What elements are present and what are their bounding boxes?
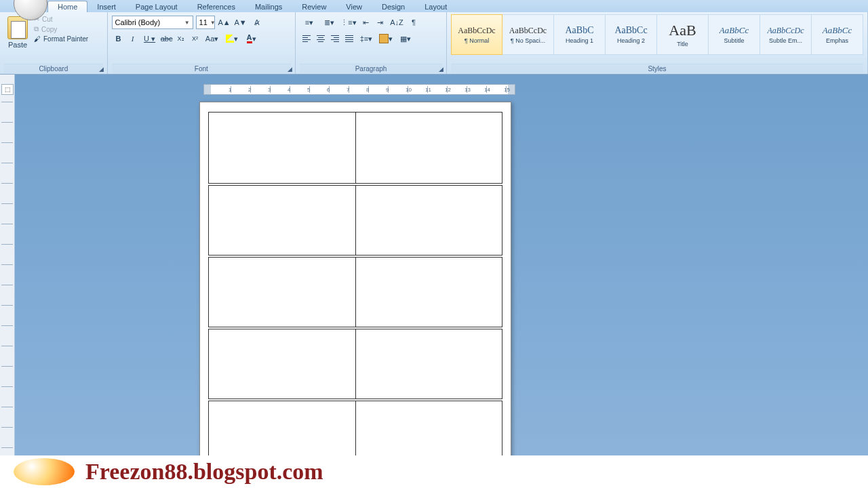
shading-button[interactable]: ▾ — [376, 32, 395, 45]
tab-layout[interactable]: Layout — [415, 1, 457, 12]
bold-button[interactable]: B — [112, 32, 125, 45]
style-sample: AaBbCcDc — [509, 26, 547, 36]
font-name-value: Calibri (Body) — [115, 18, 161, 26]
document-canvas[interactable]: 123456789101112131415 — [15, 75, 868, 488]
clear-formatting-button[interactable]: A̷ — [250, 16, 264, 29]
table-row — [209, 113, 502, 184]
tab-home[interactable]: Home — [47, 1, 87, 12]
chevron-down-icon: ▼ — [184, 20, 190, 26]
styles-gallery[interactable]: AaBbCcDc¶ NormalAaBbCcDc¶ No Spaci...AaB… — [451, 14, 863, 55]
ribbon: Paste ✂ Cut ⧉ Copy 🖌 Format Painter Clip… — [0, 12, 868, 75]
table-row — [209, 184, 502, 256]
show-marks-button[interactable]: ¶ — [407, 16, 420, 29]
tab-page-layout[interactable]: Page Layout — [126, 1, 188, 12]
table-select-tool[interactable]: ⬚ — [1, 84, 14, 95]
style-name: Title — [660, 41, 706, 47]
style-item-subtitle[interactable]: AaBbCcSubtitle — [709, 14, 760, 55]
tab-review[interactable]: Review — [292, 1, 336, 12]
align-center-button[interactable] — [314, 32, 328, 45]
horizontal-ruler[interactable]: 123456789101112131415 — [203, 84, 515, 95]
table-cell[interactable] — [355, 256, 502, 328]
style-name: ¶ Normal — [454, 37, 500, 44]
font-color-icon: A — [247, 34, 252, 43]
change-case-button[interactable]: Aa▾ — [203, 32, 222, 45]
justify-button[interactable] — [342, 32, 356, 45]
increase-indent-button[interactable]: ⇥ — [373, 16, 387, 29]
numbering-button[interactable]: ≣▾ — [319, 16, 338, 29]
multilevel-list-button[interactable]: ⋮≡▾ — [339, 16, 358, 29]
tab-design[interactable]: Design — [372, 1, 415, 12]
style-item--normal[interactable]: AaBbCcDc¶ Normal — [451, 14, 502, 55]
style-sample: AaBbCcDc — [768, 26, 804, 36]
italic-button[interactable]: I — [126, 32, 140, 45]
brush-icon: 🖌 — [34, 35, 41, 43]
group-label-font: Font — [112, 64, 291, 73]
style-name: Emphas — [814, 37, 861, 44]
table-cell[interactable] — [355, 184, 502, 256]
style-name: ¶ No Spaci... — [505, 37, 551, 44]
style-name: Heading 2 — [608, 37, 654, 44]
font-size-value: 11 — [199, 18, 208, 26]
table-cell[interactable] — [209, 328, 356, 400]
style-sample: AaB — [669, 22, 696, 39]
style-sample: AaBbCc — [823, 25, 852, 36]
watermark-logo-icon — [14, 458, 75, 485]
style-item-emphas[interactable]: AaBbCcEmphas — [812, 14, 863, 55]
document-page[interactable] — [199, 102, 511, 488]
table-cell[interactable] — [355, 328, 502, 400]
format-painter-button[interactable]: 🖌 Format Painter — [34, 35, 88, 43]
tab-insert[interactable]: Insert — [87, 1, 126, 12]
table-cell[interactable] — [209, 113, 356, 184]
style-item-heading-1[interactable]: AaBbCHeading 1 — [554, 14, 606, 55]
tab-references[interactable]: References — [188, 1, 245, 12]
sort-button[interactable]: A↓Z — [387, 16, 406, 29]
font-name-select[interactable]: Calibri (Body) ▼ — [112, 16, 193, 29]
font-launcher[interactable]: ◢ — [285, 65, 294, 73]
table-cell[interactable] — [209, 184, 356, 256]
bullets-button[interactable]: ≡▾ — [300, 16, 319, 29]
tab-view[interactable]: View — [336, 1, 372, 12]
tab-mailings[interactable]: Mailings — [245, 1, 292, 12]
style-item--no-spaci-[interactable]: AaBbCcDc¶ No Spaci... — [502, 14, 554, 55]
style-sample: AaBbCcDc — [458, 26, 495, 36]
cut-button: ✂ Cut — [34, 16, 88, 23]
format-painter-label: Format Painter — [43, 35, 88, 43]
copy-button: ⧉ Copy — [34, 25, 88, 33]
clipboard-launcher[interactable]: ◢ — [98, 65, 106, 73]
style-item-heading-2[interactable]: AaBbCcHeading 2 — [606, 14, 657, 55]
font-color-button[interactable]: A▾ — [242, 32, 261, 45]
group-label-paragraph: Paragraph — [300, 64, 442, 73]
strikethrough-button[interactable]: abc — [160, 32, 174, 45]
align-left-button[interactable] — [300, 32, 313, 45]
document-table[interactable] — [208, 112, 502, 472]
align-right-button[interactable] — [328, 32, 342, 45]
chevron-down-icon: ▼ — [210, 20, 216, 26]
borders-button[interactable]: ▦▾ — [396, 32, 415, 45]
style-item-title[interactable]: AaBTitle — [657, 14, 709, 55]
table-cell[interactable] — [355, 113, 502, 184]
style-item-subtle-em-[interactable]: AaBbCcDcSubtle Em... — [760, 14, 812, 55]
superscript-button[interactable]: X — [189, 32, 202, 45]
font-size-select[interactable]: 11 ▼ — [196, 16, 215, 29]
underline-button[interactable]: U ▾ — [140, 32, 159, 45]
table-row — [209, 328, 502, 400]
paste-icon — [7, 16, 28, 39]
shrink-font-button[interactable]: A▼ — [234, 16, 248, 29]
style-sample: AaBbCc — [614, 25, 647, 36]
line-spacing-button[interactable]: ‡≡▾ — [357, 32, 376, 45]
paragraph-launcher[interactable]: ◢ — [437, 65, 445, 73]
style-name: Subtitle — [711, 37, 757, 44]
grow-font-button[interactable]: A▲ — [218, 16, 231, 29]
copy-label: Copy — [41, 26, 57, 33]
subscript-button[interactable]: X — [174, 32, 188, 45]
cut-label: Cut — [42, 16, 53, 23]
group-label-styles: Styles — [451, 64, 863, 73]
table-cell[interactable] — [209, 256, 356, 328]
ribbon-tabs: Home Insert Page Layout References Maili… — [0, 0, 868, 12]
highlight-button[interactable]: ▾ — [222, 32, 241, 45]
style-name: Heading 1 — [557, 37, 603, 44]
group-label-clipboard: Clipboard — [4, 64, 103, 73]
watermark-banner: Freezon88.blogspot.com — [0, 455, 868, 488]
decrease-indent-button[interactable]: ⇤ — [359, 16, 372, 29]
watermark-text: Freezon88.blogspot.com — [85, 459, 323, 485]
